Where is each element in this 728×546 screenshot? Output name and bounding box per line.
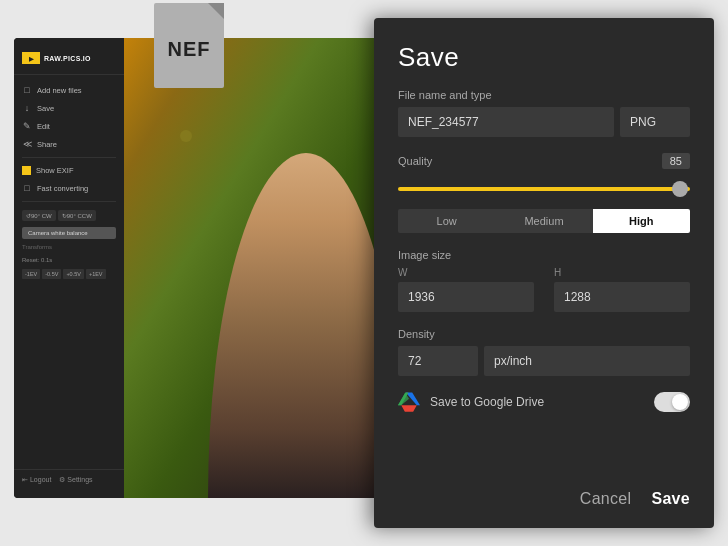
logo-icon: ▶ bbox=[22, 52, 40, 64]
density-row: px/inch px/cm bbox=[398, 346, 690, 376]
quality-low-button[interactable]: Low bbox=[398, 209, 495, 233]
quality-medium-button[interactable]: Medium bbox=[495, 209, 592, 233]
checkbox-empty-icon: □ bbox=[22, 183, 32, 193]
google-drive-label: Save to Google Drive bbox=[430, 395, 644, 409]
toggle-knob bbox=[672, 394, 688, 410]
save-icon: ↓ bbox=[22, 103, 32, 113]
ev-plus1-button[interactable]: +1EV bbox=[86, 269, 106, 279]
camera-wb-button[interactable]: Camera white balance bbox=[22, 227, 116, 239]
file-name-input[interactable] bbox=[398, 107, 614, 137]
image-size-section: Image size W H bbox=[398, 249, 690, 312]
rotation-buttons: ↺90° CW ↻90° CCW bbox=[14, 206, 124, 225]
sidebar-item-label: Share bbox=[37, 140, 57, 149]
save-dialog: Save File name and type PNG JPG TIFF WEB… bbox=[374, 18, 714, 528]
sidebar: ▶ RAW.PICS.IO □ Add new files ↓ Save ✎ E… bbox=[14, 38, 124, 498]
file-section-label: File name and type bbox=[398, 89, 690, 101]
sidebar-item-label: Edit bbox=[37, 122, 50, 131]
share-icon: ≪ bbox=[22, 139, 32, 149]
checkbox-icon bbox=[22, 166, 31, 175]
sidebar-divider bbox=[22, 157, 116, 158]
rotate-ccw-button[interactable]: ↻90° CCW bbox=[58, 210, 96, 221]
save-button[interactable]: Save bbox=[651, 490, 690, 508]
dialog-title: Save bbox=[398, 42, 690, 73]
reset-label: Reset: 0.1s bbox=[14, 253, 124, 267]
sidebar-divider-2 bbox=[22, 201, 116, 202]
logo-text: RAW.PICS.IO bbox=[44, 55, 91, 62]
image-size-label: Image size bbox=[398, 249, 690, 261]
quality-slider-thumb[interactable] bbox=[672, 181, 688, 197]
height-input[interactable] bbox=[554, 282, 690, 312]
svg-marker-2 bbox=[401, 405, 417, 411]
density-section: Density px/inch px/cm bbox=[398, 328, 690, 376]
plus-icon: □ bbox=[22, 85, 32, 95]
app-window: ▶ RAW.PICS.IO □ Add new files ↓ Save ✎ E… bbox=[14, 38, 404, 498]
logout-button[interactable]: ⇤ Logout bbox=[22, 476, 51, 484]
nef-file-icon: NEF bbox=[154, 3, 224, 88]
density-label: Density bbox=[398, 328, 690, 340]
dialog-footer: Cancel Save bbox=[398, 482, 690, 508]
photo-detail bbox=[180, 130, 192, 142]
size-row: W H bbox=[398, 267, 690, 312]
quality-header: Quality 85 bbox=[398, 153, 690, 169]
sidebar-item-label: Show EXIF bbox=[36, 166, 74, 175]
sidebar-item-add-files[interactable]: □ Add new files bbox=[14, 81, 124, 99]
quality-high-button[interactable]: High bbox=[593, 209, 690, 233]
sidebar-item-save[interactable]: ↓ Save bbox=[14, 99, 124, 117]
quality-slider-container bbox=[398, 179, 690, 199]
file-section: File name and type PNG JPG TIFF WEBP bbox=[398, 89, 690, 137]
quality-slider-track bbox=[398, 187, 690, 191]
edit-icon: ✎ bbox=[22, 121, 32, 131]
sidebar-item-show-exif[interactable]: Show EXIF bbox=[14, 162, 124, 179]
photo-background bbox=[124, 38, 404, 498]
ev-plus05-button[interactable]: +0.5V bbox=[63, 269, 84, 279]
quality-value: 85 bbox=[662, 153, 690, 169]
sidebar-item-label: Add new files bbox=[37, 86, 82, 95]
camera-wb-label: Camera white balance bbox=[28, 230, 88, 236]
rotate-cw-button[interactable]: ↺90° CW bbox=[22, 210, 56, 221]
sidebar-item-label: Save bbox=[37, 104, 54, 113]
nef-label: NEF bbox=[168, 38, 211, 61]
sidebar-item-share[interactable]: ≪ Share bbox=[14, 135, 124, 153]
quality-section: Quality 85 Low Medium High bbox=[398, 153, 690, 233]
width-input[interactable] bbox=[398, 282, 534, 312]
sidebar-logo: ▶ RAW.PICS.IO bbox=[14, 46, 124, 75]
sidebar-bottom: ⇤ Logout ⚙ Settings bbox=[14, 469, 124, 490]
logout-icon: ⇤ bbox=[22, 476, 28, 483]
gear-icon: ⚙ bbox=[59, 476, 65, 483]
google-drive-icon bbox=[398, 392, 420, 412]
google-drive-toggle[interactable] bbox=[654, 392, 690, 412]
main-content bbox=[124, 38, 404, 498]
ev-minus1-button[interactable]: -1EV bbox=[22, 269, 40, 279]
height-label: H bbox=[554, 267, 690, 278]
transforms-label: Transforms bbox=[14, 241, 124, 253]
google-drive-row: Save to Google Drive bbox=[398, 392, 690, 412]
nef-paper: NEF bbox=[154, 3, 224, 88]
quality-label: Quality bbox=[398, 155, 432, 167]
density-input[interactable] bbox=[398, 346, 478, 376]
sidebar-item-edit[interactable]: ✎ Edit bbox=[14, 117, 124, 135]
file-name-row: PNG JPG TIFF WEBP bbox=[398, 107, 690, 137]
ev-minus05-button[interactable]: -0.5V bbox=[42, 269, 61, 279]
width-field: W bbox=[398, 267, 534, 312]
width-label: W bbox=[398, 267, 534, 278]
sidebar-item-fast-converting[interactable]: □ Fast converting bbox=[14, 179, 124, 197]
height-field: H bbox=[554, 267, 690, 312]
density-unit-select[interactable]: px/inch px/cm bbox=[484, 346, 690, 376]
file-type-select[interactable]: PNG JPG TIFF WEBP bbox=[620, 107, 690, 137]
transform-controls: -1EV -0.5V +0.5V +1EV bbox=[14, 267, 124, 281]
cancel-button[interactable]: Cancel bbox=[580, 490, 632, 508]
sidebar-item-label: Fast converting bbox=[37, 184, 88, 193]
settings-button[interactable]: ⚙ Settings bbox=[59, 476, 92, 484]
quality-buttons: Low Medium High bbox=[398, 209, 690, 233]
